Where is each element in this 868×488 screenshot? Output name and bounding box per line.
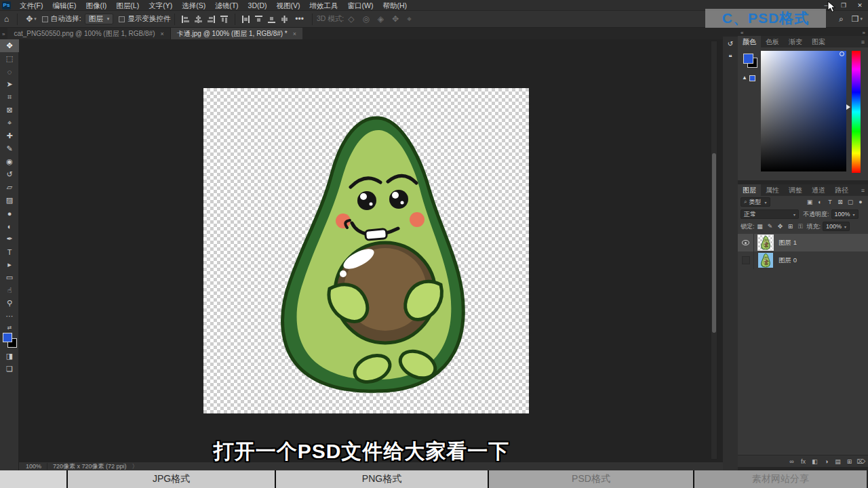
vertical-scrollbar[interactable] — [711, 41, 717, 460]
path-selection-tool[interactable]: ▸ — [0, 258, 19, 271]
eyedropper-tool[interactable]: ⌖ — [0, 117, 19, 129]
align-left-icon[interactable] — [180, 14, 191, 24]
menu-type[interactable]: 文字(Y) — [144, 0, 177, 11]
auto-select-checkbox[interactable] — [42, 16, 48, 22]
menu-window[interactable]: 窗口(W) — [343, 0, 378, 11]
pen-tool[interactable]: ✒ — [0, 232, 19, 245]
lock-all-icon[interactable]: ⚿ — [796, 223, 806, 230]
edit-toolbar-icon[interactable]: ⋯ — [0, 310, 19, 323]
chapter-tab-material-sites[interactable]: 素材网站分享 — [693, 470, 867, 488]
filter-smart-objects-icon[interactable]: ▢ — [846, 199, 855, 205]
quick-selection-tool[interactable]: ➤ — [0, 78, 19, 91]
gamut-warning-icon[interactable]: ▲ — [742, 75, 747, 81]
hue-slider[interactable] — [852, 51, 861, 173]
menu-layer[interactable]: 图层(L) — [111, 0, 144, 11]
menu-file[interactable]: 文件(F) — [15, 0, 47, 11]
distribute-top-icon[interactable] — [241, 14, 251, 24]
auto-select-target-dropdown[interactable]: 图层 ▾ — [85, 14, 114, 24]
eraser-tool[interactable]: ▱ — [0, 181, 19, 194]
gamut-warning-swatch[interactable] — [749, 75, 755, 81]
fill-dropdown[interactable]: 100% ▾ — [823, 222, 850, 231]
chapter-tab-png[interactable]: PNG格式 — [275, 470, 488, 488]
frame-tool[interactable]: ⊠ — [0, 104, 19, 117]
chapter-tab-psd[interactable]: PSD格式 — [488, 470, 693, 488]
swap-colors-icon[interactable]: ⇄ — [0, 323, 19, 332]
filter-shape-layers-icon[interactable]: ⊠ — [835, 199, 845, 205]
distribute-bottom-icon[interactable] — [279, 14, 290, 24]
lock-artboard-icon[interactable]: ⊞ — [786, 223, 795, 230]
layer-mask-icon[interactable]: ◧ — [809, 458, 821, 465]
tab-color[interactable]: 颜色 — [738, 36, 761, 47]
close-icon[interactable]: × — [293, 30, 296, 37]
panel-menu-icon[interactable]: ≡ — [861, 39, 868, 45]
search-icon[interactable]: ⌕ — [835, 14, 848, 24]
foreground-color-swatch[interactable] — [3, 333, 12, 342]
blend-mode-dropdown[interactable]: 正常 ▾ — [741, 209, 799, 219]
history-panel-icon[interactable]: ↺ — [723, 37, 738, 50]
visibility-toggle[interactable] — [738, 251, 754, 269]
document-tab-cat-png[interactable]: cat_PNG50550.png @ 100% (图层 1, RGB/8#) × — [7, 28, 170, 39]
tab-paths[interactable]: 路径 — [830, 184, 853, 196]
tab-overflow-chevron[interactable]: » — [0, 31, 7, 39]
visibility-toggle[interactable] — [738, 234, 754, 251]
tab-properties[interactable]: 属性 — [761, 184, 784, 196]
color-field[interactable] — [761, 51, 846, 171]
layer-name[interactable]: 图层 0 — [778, 256, 797, 265]
align-center-h-icon[interactable] — [193, 14, 203, 24]
layer-thumbnail[interactable] — [758, 253, 773, 268]
type-tool[interactable]: T — [0, 245, 19, 258]
filter-pixel-layers-icon[interactable]: ▣ — [805, 199, 814, 205]
opacity-dropdown[interactable]: 100% ▾ — [831, 209, 859, 219]
close-button[interactable]: ✕ — [852, 0, 868, 11]
tab-adjustments[interactable]: 调整 — [784, 184, 807, 196]
layer-name[interactable]: 图层 1 — [778, 239, 797, 247]
hand-tool[interactable]: ☝ — [0, 284, 19, 297]
menu-help[interactable]: 帮助(H) — [378, 0, 412, 11]
close-icon[interactable]: × — [161, 30, 164, 37]
adjustment-layer-icon[interactable]: ◑ — [821, 458, 832, 465]
crop-tool[interactable]: ⌗ — [0, 91, 19, 104]
distribute-center-v-icon[interactable] — [267, 14, 277, 24]
panel-menu-icon[interactable]: ≡ — [861, 187, 868, 194]
tab-swatches[interactable]: 色板 — [761, 36, 784, 47]
history-brush-tool[interactable]: ↺ — [0, 168, 19, 181]
layer-style-icon[interactable]: fx — [797, 458, 809, 465]
layer-row-0[interactable]: 图层 0 — [738, 251, 868, 269]
home-icon[interactable]: ⌂ — [0, 14, 13, 24]
filter-adjustment-layers-icon[interactable]: ◐ — [815, 199, 825, 205]
marquee-tool[interactable]: ⬚ — [0, 52, 19, 65]
zoom-tool[interactable]: ⚲ — [0, 297, 19, 310]
tab-patterns[interactable]: 图案 — [807, 36, 830, 47]
hue-slider-marker[interactable] — [846, 104, 850, 110]
menu-plugins[interactable]: 增效工具 — [305, 0, 343, 11]
menu-select[interactable]: 选择(S) — [177, 0, 210, 11]
brush-tool[interactable]: ✎ — [0, 142, 19, 155]
shape-tool[interactable]: ▭ — [0, 271, 19, 284]
filter-toggle-icon[interactable]: ● — [856, 199, 865, 205]
foreground-color-swatch[interactable] — [743, 54, 753, 64]
tab-channels[interactable]: 通道 — [807, 184, 830, 196]
lock-pixels-icon[interactable]: ✎ — [766, 223, 775, 230]
menu-edit[interactable]: 编辑(E) — [47, 0, 81, 11]
menu-image[interactable]: 图像(I) — [81, 0, 111, 11]
tab-layers[interactable]: 图层 — [738, 184, 761, 196]
screen-mode-icon[interactable]: ❏ — [0, 363, 19, 375]
collapse-panels-icon[interactable]: « — [741, 30, 743, 36]
menu-filter[interactable]: 滤镜(T) — [210, 0, 243, 11]
tab-gradients[interactable]: 渐变 — [784, 36, 807, 47]
lasso-tool[interactable]: ◌ — [0, 65, 19, 78]
layer-row-1[interactable]: 图层 1 — [738, 234, 868, 251]
scrollbar-thumb[interactable] — [712, 153, 716, 333]
gradient-tool[interactable]: ▨ — [0, 194, 19, 207]
link-layers-icon[interactable]: ∞ — [786, 458, 797, 465]
new-layer-icon[interactable]: ⊞ — [844, 458, 855, 465]
show-transform-checkbox[interactable] — [119, 16, 125, 22]
comments-panel-icon[interactable]: ❝ — [723, 50, 738, 64]
delete-layer-icon[interactable]: ⌦ — [855, 458, 867, 465]
lock-transparent-icon[interactable]: ▦ — [755, 223, 765, 230]
chapter-tab-jpg[interactable]: JPG格式 — [66, 470, 275, 488]
expand-panels-icon[interactable]: » — [863, 30, 865, 36]
menu-view[interactable]: 视图(V) — [272, 0, 305, 11]
more-options-icon[interactable]: ••• — [291, 14, 308, 24]
layer-thumbnail[interactable] — [758, 235, 773, 250]
